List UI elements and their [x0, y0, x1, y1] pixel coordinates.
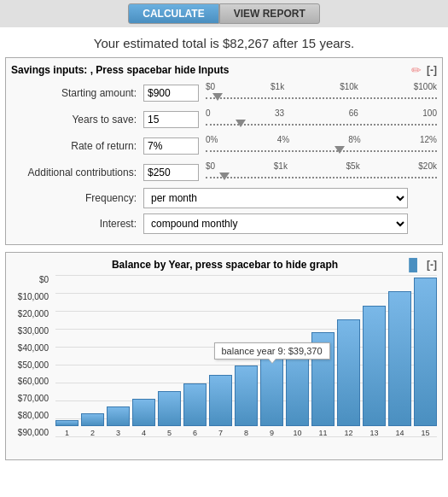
rate-input[interactable]	[143, 137, 199, 155]
interest-label: Interest:	[11, 218, 143, 230]
contributions-input[interactable]	[143, 164, 199, 181]
years-row: Years to save: 03366100	[11, 108, 437, 130]
bar[interactable]	[209, 375, 232, 426]
bar[interactable]	[363, 306, 386, 426]
graph-collapse-button[interactable]: [-]	[427, 259, 437, 271]
slider-handle[interactable]	[212, 93, 223, 101]
chart-inner: $90,000 $80,000 $70,000 $60,000 $50,000 …	[11, 275, 437, 454]
inputs-collapse-button[interactable]: [-]	[427, 64, 437, 76]
bar-year-label: 11	[318, 429, 327, 437]
frequency-select[interactable]: per month per year one time	[143, 188, 408, 208]
y-label: $20,000	[11, 309, 52, 319]
inputs-section: Savings inputs: , Press spacebar hide In…	[5, 57, 443, 245]
calculate-button[interactable]: CALCULATE	[128, 3, 218, 24]
contributions-row: Additional contributions: $0$1k$5k$20k	[11, 161, 437, 183]
bar-group[interactable]: 6	[183, 383, 207, 437]
bar-group[interactable]: 8	[235, 365, 258, 437]
rate-slider-track[interactable]	[206, 146, 437, 156]
graph-controls: ▐▌ [-]	[404, 258, 437, 272]
graph-header: Balance by Year, press spacebar to hide …	[11, 258, 437, 272]
chart-container: $90,000 $80,000 $70,000 $60,000 $50,000 …	[11, 275, 437, 454]
y-label: $30,000	[11, 326, 52, 336]
bar-year-label: 5	[167, 429, 172, 437]
bar-group[interactable]: 12	[337, 319, 360, 437]
bar-chart-icon[interactable]: ▐▌	[404, 258, 422, 272]
y-label: $70,000	[11, 394, 52, 403]
bar[interactable]	[55, 420, 79, 426]
bar-group[interactable]: 2	[81, 413, 104, 437]
bar[interactable]	[81, 413, 104, 426]
inputs-header-controls: ✏ [-]	[411, 63, 437, 77]
years-slider-labels: 03366100	[206, 108, 437, 118]
bar-group[interactable]: 1	[55, 420, 79, 437]
rate-slider[interactable]: 0%4%8%12%	[206, 135, 437, 156]
bar[interactable]	[132, 399, 155, 426]
rate-input-wrap	[143, 137, 199, 155]
chart-tooltip: balance year 9: $39,370	[213, 342, 329, 360]
view-report-button[interactable]: VIEW REPORT	[219, 3, 320, 24]
bar-year-label: 6	[193, 429, 197, 437]
starting-amount-label: Starting amount:	[11, 87, 143, 99]
years-input-wrap	[143, 111, 199, 128]
bar[interactable]	[158, 391, 181, 426]
slider-dotted-line	[206, 150, 437, 152]
contributions-label: Additional contributions:	[11, 167, 143, 178]
edit-icon[interactable]: ✏	[411, 63, 422, 77]
contributions-slider-labels: $0$1k$5k$20k	[206, 161, 437, 171]
bar[interactable]	[235, 365, 258, 426]
bar[interactable]	[388, 291, 411, 426]
slider-handle[interactable]	[219, 172, 230, 180]
y-label: $80,000	[11, 411, 52, 420]
contributions-slider-track[interactable]	[206, 172, 437, 183]
frequency-row: Frequency: per month per year one time	[11, 188, 437, 208]
inputs-header: Savings inputs: , Press spacebar hide In…	[11, 63, 437, 77]
rate-slider-labels: 0%4%8%12%	[206, 135, 437, 144]
slider-handle[interactable]	[236, 120, 246, 127]
years-slider[interactable]: 03366100	[206, 108, 437, 130]
y-axis: $90,000 $80,000 $70,000 $60,000 $50,000 …	[11, 275, 52, 437]
bar[interactable]	[260, 355, 283, 426]
slider-dotted-line	[206, 177, 437, 178]
bar[interactable]	[107, 406, 130, 426]
bar-group[interactable]: 14	[388, 291, 411, 437]
y-label: $90,000	[11, 428, 52, 437]
y-label: $60,000	[11, 377, 52, 386]
bar-group[interactable]: 13	[363, 306, 386, 437]
bar[interactable]	[414, 278, 437, 426]
y-label: $10,000	[11, 292, 52, 301]
bar-year-label: 8	[244, 429, 248, 437]
years-label: Years to save:	[11, 114, 143, 126]
starting-amount-slider[interactable]: $0$1k$10k$100k	[206, 82, 437, 103]
graph-section: Balance by Year, press spacebar to hide …	[5, 252, 443, 460]
contributions-input-wrap	[143, 164, 199, 181]
bar-group[interactable]: 4	[132, 399, 155, 437]
contributions-slider[interactable]: $0$1k$5k$20k	[206, 161, 437, 183]
bar[interactable]	[337, 319, 360, 426]
years-slider-track[interactable]	[206, 120, 437, 130]
starting-amount-slider-track[interactable]	[206, 93, 437, 103]
bar-year-label: 14	[395, 429, 404, 437]
bar-group[interactable]: 7	[209, 375, 232, 437]
summary-text: Your estimated total is $82,267 after 15…	[0, 27, 448, 57]
toolbar: CALCULATE VIEW REPORT	[0, 0, 448, 27]
slider-handle[interactable]	[335, 146, 345, 154]
frequency-label: Frequency:	[11, 192, 143, 204]
bar-year-label: 7	[218, 429, 223, 437]
starting-amount-input[interactable]	[143, 85, 199, 102]
bar-year-label: 10	[293, 429, 301, 437]
bar-group[interactable]: 3	[107, 406, 130, 437]
frequency-select-wrap: per month per year one time	[143, 188, 437, 208]
bar-group[interactable]: 9balance year 9: $39,370	[260, 355, 283, 437]
rate-row: Rate of return: 0%4%8%12%	[11, 135, 437, 156]
starting-amount-input-wrap	[143, 85, 199, 102]
bar-year-label: 13	[369, 429, 378, 437]
bar[interactable]	[183, 383, 207, 426]
y-label: $50,000	[11, 360, 52, 370]
bars-container: 123456789balance year 9: $39,37010111213…	[55, 275, 437, 437]
bar-group[interactable]: 5	[158, 391, 181, 437]
graph-title: Balance by Year, press spacebar to hide …	[45, 259, 404, 271]
bar-year-label: 12	[344, 429, 352, 437]
interest-select[interactable]: compound monthly compound annually simpl…	[143, 213, 408, 234]
bar-group[interactable]: 15	[414, 278, 437, 437]
years-input[interactable]	[143, 111, 199, 128]
